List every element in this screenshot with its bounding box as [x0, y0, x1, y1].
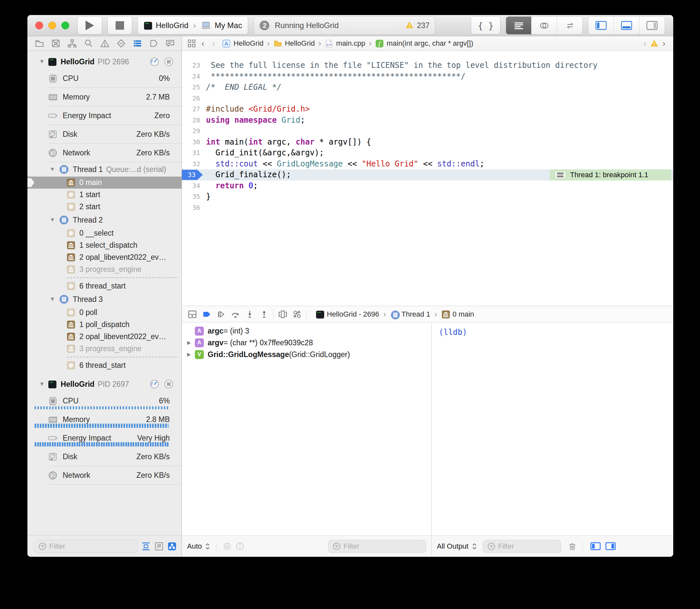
stack-frame-row[interactable]: 0 main	[28, 177, 182, 189]
console-output[interactable]: (lldb)	[432, 323, 673, 535]
line-number[interactable]: 35	[182, 191, 206, 202]
console-filter-field[interactable]	[483, 540, 561, 553]
breadcrumb-item[interactable]: HelloGrid	[222, 39, 263, 48]
navigator-tab-debug-navigator-icon[interactable]	[130, 37, 145, 49]
scope-updown-icon[interactable]	[472, 542, 477, 550]
back-chevron-icon[interactable]: ‹	[199, 38, 207, 49]
breadcrumb-item[interactable]: C++main.cpp	[325, 39, 365, 48]
line-number[interactable]: 27	[182, 104, 206, 115]
assistant-editor-button[interactable]	[531, 17, 557, 34]
gauge-icon[interactable]	[150, 379, 159, 389]
stat-row-disk[interactable]: DiskZero KB/s	[28, 448, 182, 466]
line-number[interactable]: 29	[182, 126, 206, 137]
columns-icon[interactable]	[164, 379, 174, 389]
debug-breadcrumb-item[interactable]: 0 main	[441, 310, 474, 318]
navigator-tab-issue-navigator-icon[interactable]	[97, 37, 112, 49]
stack-frame-row[interactable]: 2 opal_libevent2022_ev…	[28, 331, 182, 343]
stat-row-cpu[interactable]: CPU6%	[28, 392, 182, 410]
navigator-tab-find-navigator-icon[interactable]	[81, 37, 96, 49]
toggle-navigator-button[interactable]	[588, 17, 614, 34]
disclosure-triangle-icon[interactable]: ▼	[39, 58, 45, 65]
line-number[interactable]: 34	[182, 180, 206, 192]
line-number[interactable]: 30	[182, 137, 206, 148]
source-editor[interactable]: 23 See the full license in the file "LIC…	[182, 51, 673, 306]
disclosure-triangle-icon[interactable]: ▼	[50, 296, 55, 302]
scheme-selector[interactable]: HelloGrid › My Mac	[138, 17, 248, 34]
stat-row-energy-impact[interactable]: Energy ImpactZero	[28, 106, 182, 125]
navigator-tab-report-navigator-icon[interactable]	[163, 37, 177, 49]
activity-viewer[interactable]: 2 Running HelloGrid 237	[254, 16, 435, 35]
close-window-button[interactable]	[35, 21, 43, 29]
scope-updown-icon[interactable]	[205, 542, 210, 550]
stack-frame-row[interactable]: 3 progress_engine	[28, 343, 182, 355]
disclosure-triangle-icon[interactable]: ▼	[50, 166, 55, 173]
thread-row[interactable]: ▼Thread 3	[28, 292, 182, 307]
stack-frame-row[interactable]: 0 poll	[28, 307, 182, 318]
debug-control-step-into-icon[interactable]	[243, 308, 257, 320]
debug-control-hide-debug-area-icon[interactable]	[185, 308, 200, 320]
info-icon[interactable]	[235, 542, 244, 551]
gauge-icon[interactable]	[150, 57, 159, 67]
thread-row[interactable]: ▼Thread 1Queue:...d (serial)	[28, 162, 182, 177]
stat-row-memory[interactable]: Memory2.7 MB	[28, 88, 182, 106]
standard-editor-button[interactable]	[506, 17, 531, 34]
run-button[interactable]	[78, 17, 102, 34]
disclosure-triangle-icon[interactable]: ▶	[187, 340, 195, 346]
disclosure-triangle-icon[interactable]: ▼	[50, 217, 55, 223]
debug-breadcrumb-item[interactable]: HelloGrid - 2696	[316, 310, 379, 318]
variables-scope-label[interactable]: Auto	[187, 542, 202, 551]
stat-row-disk[interactable]: DiskZero KB/s	[28, 125, 182, 144]
debug-control-breakpoints-toggle-icon[interactable]	[200, 308, 214, 320]
zoom-window-button[interactable]	[62, 21, 69, 29]
stack-frame-row[interactable]: 1 select_dispatch	[28, 239, 182, 251]
version-editor-button[interactable]	[557, 17, 582, 34]
paused-only-filter-icon[interactable]	[141, 541, 151, 551]
debug-control-step-over-icon[interactable]	[228, 308, 243, 320]
disclosure-triangle-icon[interactable]: ▼	[39, 381, 45, 387]
stack-frame-row[interactable]: 0 __select	[28, 227, 182, 239]
breakpoint-marker[interactable]: 33	[182, 170, 203, 180]
prev-issue-chevron-icon[interactable]: ‹	[641, 38, 649, 49]
stat-row-memory[interactable]: Memory2.8 MB	[28, 410, 182, 429]
line-number[interactable]: 28	[182, 115, 206, 126]
stack-frame-row[interactable]: 6 thread_start	[28, 280, 182, 292]
line-number[interactable]: 24	[182, 71, 206, 82]
toggle-inspector-button[interactable]	[639, 17, 665, 34]
process-row[interactable]: ▼HelloGridPID 2696	[28, 54, 182, 69]
stat-row-cpu[interactable]: CPU0%	[28, 69, 182, 88]
navigator-tab-project-navigator-icon[interactable]	[32, 37, 47, 49]
line-number[interactable]: 26	[182, 93, 206, 104]
debug-control-view-hierarchy-icon[interactable]	[276, 308, 290, 320]
stat-row-energy-impact[interactable]: Energy ImpactVery High	[28, 429, 182, 448]
jump-bar-warning-icon[interactable]	[650, 39, 659, 47]
line-number[interactable]: 31	[182, 147, 206, 159]
debug-control-memory-graph-icon[interactable]	[290, 308, 304, 320]
debug-control-step-out-icon[interactable]	[257, 308, 271, 320]
stop-button[interactable]	[108, 17, 132, 34]
navigator-tab-symbol-navigator-icon[interactable]	[65, 37, 80, 49]
quicklook-eye-icon[interactable]	[222, 542, 232, 551]
stack-frame-row[interactable]: 2 opal_libevent2022_ev…	[28, 251, 182, 263]
stack-frame-row[interactable]: 1 poll_dispatch	[28, 318, 182, 331]
stack-frame-row[interactable]: 1 start	[28, 189, 182, 201]
debug-control-continue-icon[interactable]	[214, 308, 228, 320]
navigator-filter-field[interactable]	[34, 540, 138, 553]
variables-filter-field[interactable]	[328, 540, 426, 553]
related-items-icon[interactable]	[187, 39, 196, 48]
navigator-tab-test-navigator-icon[interactable]	[114, 37, 129, 49]
clear-console-trash-icon[interactable]	[568, 542, 577, 551]
debug-breadcrumb-item[interactable]: Thread 1	[391, 310, 430, 318]
navigator-tab-breakpoint-navigator-icon[interactable]	[146, 37, 161, 49]
console-filter-input[interactable]	[498, 542, 557, 551]
forward-chevron-icon[interactable]: ›	[210, 38, 218, 49]
breadcrumb-item[interactable]: fmain(int argc, char * argv[])	[375, 39, 473, 48]
navigator-filter-input[interactable]	[49, 542, 134, 551]
variable-row[interactable]: ▶Aargv = (char **) 0x7ffee9039c28	[182, 337, 431, 349]
stat-row-network[interactable]: NetworkZero KB/s	[28, 144, 182, 162]
variable-row[interactable]: ▶VGrid::GridLogMessage (Grid::GridLogger…	[182, 349, 431, 360]
stack-frame-row[interactable]: 2 start	[28, 201, 182, 213]
stack-frame-row[interactable]: 6 thread_start	[28, 359, 182, 371]
code-review-button[interactable]: { }	[471, 17, 500, 34]
line-number[interactable]: 23	[182, 60, 206, 71]
line-number[interactable]: 25	[182, 82, 206, 93]
